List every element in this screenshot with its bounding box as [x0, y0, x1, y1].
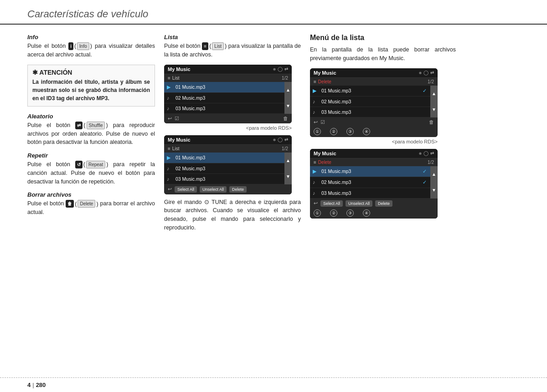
menu-title: Menú de la lista — [310, 34, 456, 42]
music-icon3: ♪ — [167, 176, 173, 182]
circle-4: ④ — [363, 128, 370, 135]
play-icon3: ▶ — [313, 88, 319, 94]
col-right: Menú de la lista En la pantalla de la li… — [310, 34, 456, 362]
attention-text: La información del título, artista y álb… — [32, 78, 150, 102]
scroll-up-btn[interactable]: ▲ — [284, 82, 292, 98]
page-header: Características de vehículo — [0, 0, 547, 25]
screen2-icons: ⎈ ◯ ⇄ — [273, 137, 288, 142]
scroll-down-btn2[interactable]: ▼ — [284, 168, 292, 184]
screen3-footer: ↩ ☑ 🗑 — [310, 117, 438, 127]
shuffle-label: Shuffle — [87, 122, 105, 129]
scroll-down-btn4[interactable]: ▼ — [430, 182, 438, 199]
delete-btn2[interactable]: Delete — [375, 200, 392, 207]
circle-3: ③ — [346, 128, 354, 135]
col-left: Info Pulse el botón i (Info) para visual… — [27, 34, 164, 362]
circle-nums3: ① ② ③ ④ — [310, 127, 438, 137]
check-mark2: ✓ — [423, 179, 427, 185]
arrow-icon: ⇄ — [284, 66, 288, 71]
lista-btn-badge: ≡ (List) — [202, 42, 227, 51]
screen3: My Music ⎈ ◯ ⇄ ≡ Delete 1/2 ▶ 01 Music.m… — [310, 68, 438, 137]
track-row: ♪ 02 Music.mp3 ✓ — [310, 177, 438, 188]
scroll-up-btn3[interactable]: ▲ — [430, 86, 438, 102]
circle-2: ② — [330, 128, 337, 135]
track-row: ▶ 01 Music.mp3 ✓ — [310, 86, 438, 97]
info-btn-badge: i (Info) — [68, 42, 92, 51]
circle-2b: ② — [330, 209, 337, 217]
play-icon2: ▶ — [167, 155, 173, 161]
borrar-btn-badge: 🗑 (Delete) — [66, 200, 98, 209]
screen1-app-name: My Music — [168, 66, 191, 72]
aleatorio-btn-badge: ⇌ (Shuffle) — [75, 121, 108, 130]
screen1-list-label: ≡ List — [168, 76, 179, 81]
music-icon5: ♪ — [313, 109, 319, 115]
bluetooth-icon: ⎈ — [273, 66, 276, 71]
arrow-icon4: ⇄ — [430, 151, 434, 156]
scroll-up-btn4[interactable]: ▲ — [430, 166, 438, 183]
track-row: ♪ 03 Music.mp3 — [310, 107, 438, 117]
screen1-icons: ⎈ ◯ ⇄ — [273, 66, 288, 71]
screen2-app-name: My Music — [168, 137, 191, 143]
circle-3b: ③ — [346, 209, 354, 217]
list-label: List — [212, 42, 224, 50]
screen1: My Music ⎈ ◯ ⇄ ≡ List 1/2 ▶ 01 Music.mp3 — [164, 65, 292, 123]
page-separator: | — [32, 382, 34, 388]
unselect-all-btn2[interactable]: Unselect All — [346, 200, 372, 207]
screen3-page: 1/2 — [428, 79, 434, 84]
screen3-delete-label: ≡ Delete — [314, 79, 331, 84]
music-icon6: ♪ — [313, 179, 319, 185]
screen3-app-name: My Music — [314, 70, 336, 76]
screen1-tracks: ▶ 01 Music.mp3 ♪ 02 Music.mp3 ♪ 03 Music… — [164, 82, 292, 114]
music-icon2: ♪ — [167, 166, 173, 171]
page-number: 4 — [27, 382, 31, 388]
screen2-subtitle: ≡ List 1/2 — [164, 145, 292, 153]
repetir-title: Repetir — [27, 152, 155, 159]
music-icon: ♪ — [167, 106, 173, 111]
screen4-footer: ↩ Select All Unselect All Delete — [310, 199, 438, 209]
signal-icon3: ◯ — [423, 70, 428, 75]
screen2-footer: ↩ Select All Unselect All Delete — [164, 184, 292, 194]
unselect-all-btn[interactable]: Unselect All — [200, 186, 227, 193]
attention-title: ✱ ATENCIÓN — [32, 69, 150, 76]
circle-nums4: ① ② ③ ④ — [310, 209, 438, 219]
page-footer: 4 | 280 — [0, 377, 547, 392]
select-all-btn[interactable]: Select All — [175, 186, 197, 193]
signal-icon4: ◯ — [423, 151, 428, 156]
back-icon3[interactable]: ↩ — [314, 119, 318, 125]
check-mark1: ✓ — [423, 168, 427, 174]
screen3-caption: <para modelo RDS> — [310, 139, 438, 144]
check-icon[interactable]: ☑ — [175, 116, 179, 122]
bluetooth-icon2: ⎈ — [273, 137, 276, 142]
delete-label: Delete — [77, 200, 95, 208]
screen4-tracks: ▶ 01 Music.mp3 ✓ ♪ 02 Music.mp3 ✓ ♪ 03 M… — [310, 166, 438, 199]
scroll-up-btn2[interactable]: ▲ — [284, 153, 292, 168]
delete-icon: 🗑 — [66, 200, 74, 208]
back-icon4[interactable]: ↩ — [314, 200, 318, 206]
screen4-header: My Music ⎈ ◯ ⇄ — [310, 149, 438, 158]
scroll-down-btn3[interactable]: ▼ — [430, 102, 438, 117]
delete-btn[interactable]: Delete — [229, 186, 247, 193]
aleatorio-text: Pulse el botón ⇌ (Shuffle) para reproduc… — [27, 121, 155, 147]
back-icon[interactable]: ↩ — [168, 116, 172, 122]
trash-icon[interactable]: 🗑 — [283, 116, 288, 121]
repetir-btn-badge: ↺ (Repeat) — [75, 160, 108, 169]
main-content: Info Pulse el botón i (Info) para visual… — [0, 25, 547, 362]
music-icon: ♪ — [167, 95, 173, 101]
scroll-down-btn[interactable]: ▼ — [284, 98, 292, 114]
list-icon: ≡ — [202, 42, 208, 50]
circle-1: ① — [314, 128, 321, 135]
track-row: ♪ 03 Music.mp3 — [164, 103, 292, 114]
track-row: ♪ 02 Music.mp3 — [164, 163, 292, 174]
check-icon3[interactable]: ☑ — [320, 119, 325, 125]
check-icon2: ✓ — [423, 88, 427, 94]
bluetooth-icon4: ⎈ — [419, 151, 422, 156]
signal-icon: ◯ — [278, 66, 283, 71]
play-icon4: ▶ — [313, 168, 319, 174]
track-row: ♪ 02 Music.mp3 — [164, 93, 292, 103]
tune-text: Gire el mando ⊙ TUNE a derecha e izquier… — [164, 198, 301, 232]
screen2: My Music ⎈ ◯ ⇄ ≡ List 1/2 ▶ 01 Music.mp3 — [164, 135, 292, 194]
list-icon5: ≡ — [314, 160, 316, 165]
trash-icon2[interactable]: 🗑 — [429, 119, 434, 125]
screen3-subtitle: ≡ Delete 1/2 — [310, 78, 438, 86]
select-all-btn2[interactable]: Select All — [320, 200, 343, 207]
back-icon2[interactable]: ↩ — [168, 186, 172, 192]
